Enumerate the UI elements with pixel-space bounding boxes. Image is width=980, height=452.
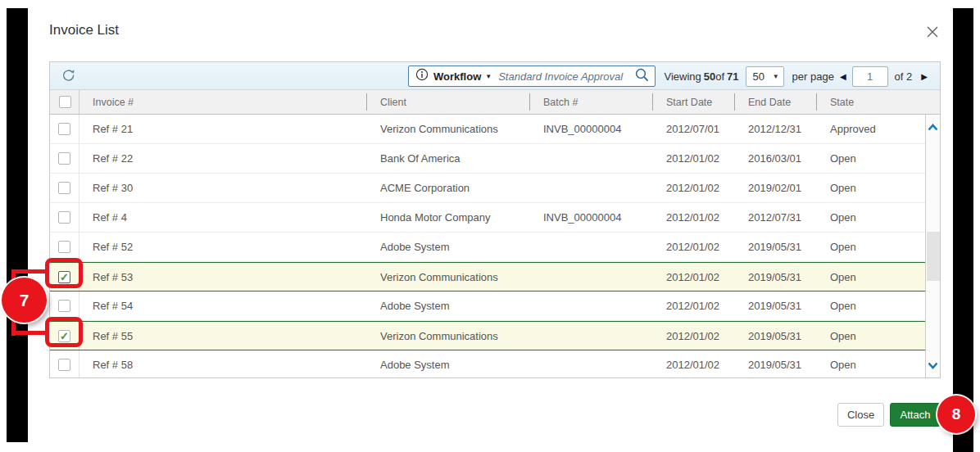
- per-page-label: per page: [792, 70, 834, 83]
- workflow-search-value[interactable]: Standard Invoice Approval: [498, 70, 623, 83]
- attach-button[interactable]: Attach: [890, 403, 941, 427]
- cell-end-date: 2019/05/31: [735, 359, 817, 371]
- cell-end-date: 2016/03/01: [735, 152, 817, 165]
- pagination-bar: Viewing50of71 50 ▼ per page ◀ of 2 ▶: [665, 62, 934, 90]
- row-checkbox-cell: [50, 144, 79, 173]
- cell-state: Approved: [817, 123, 912, 135]
- annotation-box-ref55-checkbox: [45, 317, 83, 347]
- cell-end-date: 2019/05/31: [735, 271, 817, 283]
- table-row[interactable]: Ref # 30 ACME Corporation 2012/01/02 201…: [50, 174, 940, 203]
- column-header-invoice[interactable]: Invoice #: [79, 90, 367, 114]
- cell-end-date: 2019/05/31: [735, 330, 817, 342]
- cell-end-date: 2012/07/31: [735, 211, 817, 224]
- cell-invoice: Ref # 55: [79, 330, 367, 342]
- close-icon[interactable]: [925, 25, 940, 39]
- cell-invoice: Ref # 54: [79, 300, 367, 312]
- row-checkbox[interactable]: [58, 300, 70, 312]
- cell-invoice: Ref # 4: [79, 211, 367, 224]
- cell-end-date: 2019/05/31: [735, 300, 817, 312]
- cell-invoice: Ref # 53: [79, 271, 367, 283]
- row-checkbox-cell: [50, 233, 79, 261]
- row-checkbox[interactable]: [58, 123, 70, 135]
- cell-invoice: Ref # 52: [79, 241, 367, 253]
- row-checkbox[interactable]: [58, 182, 70, 194]
- dialog-title: Invoice List: [49, 22, 119, 38]
- vertical-scrollbar[interactable]: [925, 115, 940, 377]
- cell-invoice: Ref # 58: [79, 359, 367, 371]
- cell-state: Open: [817, 211, 912, 224]
- scroll-up-icon[interactable]: [928, 120, 938, 134]
- page-total-label: of 2: [895, 70, 913, 83]
- cell-state: Open: [817, 330, 912, 342]
- annotation-step-7-badge: 7: [2, 278, 47, 323]
- table-row[interactable]: Ref # 4 Honda Motor Company INVB_0000000…: [50, 203, 940, 233]
- viewing-summary: Viewing50of71: [665, 70, 739, 83]
- column-header-client[interactable]: Client: [367, 90, 530, 114]
- scrollbar-thumb[interactable]: [927, 232, 940, 281]
- cell-client: Verizon Communications: [367, 123, 530, 135]
- cell-client: Adobe System: [367, 300, 530, 312]
- page-size-select[interactable]: 50 ▼: [746, 66, 784, 87]
- invoice-list-dialog: Invoice List: [28, 8, 953, 442]
- cell-start-date: 2012/01/02: [653, 211, 735, 224]
- column-header-end-date[interactable]: End Date: [735, 90, 817, 114]
- column-header-start-date[interactable]: Start Date: [653, 90, 735, 114]
- prev-page-icon[interactable]: ◀: [840, 72, 846, 81]
- cell-start-date: 2012/01/02: [653, 271, 735, 283]
- cell-client: Adobe System: [367, 359, 530, 371]
- annotation-step-8-badge: 8: [937, 396, 975, 433]
- cell-client: Verizon Communications: [367, 330, 530, 342]
- table-body: Ref # 21 Verizon Communications INVB_000…: [50, 115, 940, 377]
- row-checkbox[interactable]: [58, 359, 70, 371]
- page-number-input[interactable]: [852, 66, 888, 87]
- table-row[interactable]: Ref # 52 Adobe System 2012/01/02 2019/05…: [50, 233, 940, 262]
- table-row[interactable]: ✓ Ref # 55 Verizon Communications 2012/0…: [50, 321, 940, 350]
- cell-state: Open: [817, 182, 912, 194]
- column-header-batch[interactable]: Batch #: [530, 90, 653, 114]
- row-checkbox[interactable]: [58, 152, 70, 165]
- close-button[interactable]: Close: [837, 403, 884, 427]
- next-page-icon[interactable]: ▶: [921, 72, 928, 81]
- cell-start-date: 2012/01/02: [653, 330, 735, 342]
- table-row[interactable]: Ref # 58 Adobe System 2012/01/02 2019/05…: [50, 350, 940, 377]
- row-checkbox[interactable]: [58, 241, 70, 253]
- modal-overlay-right: [953, 8, 973, 452]
- table-row[interactable]: ✓ Ref # 53 Verizon Communications 2012/0…: [50, 262, 940, 292]
- cell-start-date: 2012/01/02: [653, 359, 735, 371]
- cell-end-date: 2019/02/01: [735, 182, 817, 194]
- cell-client: ACME Corporation: [367, 182, 530, 194]
- invoice-grid: Workflow ▼ Standard Invoice Approval Vie…: [49, 61, 941, 378]
- page-size-value: 50: [753, 70, 764, 83]
- cell-state: Open: [817, 152, 912, 165]
- search-icon[interactable]: [634, 67, 650, 86]
- cell-start-date: 2012/01/02: [653, 241, 735, 253]
- cell-end-date: 2019/05/31: [735, 241, 817, 253]
- dialog-footer: Close Attach: [837, 403, 941, 427]
- workflow-filter-label: Workflow: [433, 70, 481, 83]
- select-all-checkbox[interactable]: [59, 96, 71, 108]
- row-checkbox-cell: [50, 115, 79, 143]
- row-checkbox[interactable]: [58, 211, 70, 224]
- cell-state: Open: [817, 300, 912, 312]
- cell-client: Verizon Communications: [367, 271, 530, 283]
- grid-toolbar: Workflow ▼ Standard Invoice Approval Vie…: [50, 62, 940, 90]
- chevron-down-icon[interactable]: ▼: [485, 73, 492, 80]
- table-row[interactable]: Ref # 22 Bank Of America 2012/01/02 2016…: [50, 144, 940, 174]
- cell-end-date: 2012/12/31: [735, 123, 817, 135]
- dropdown-arrow-icon: ▼: [773, 73, 779, 80]
- table-row[interactable]: Ref # 54 Adobe System 2012/01/02 2019/05…: [50, 292, 940, 321]
- workflow-search-box[interactable]: Workflow ▼ Standard Invoice Approval: [408, 66, 656, 87]
- table-row[interactable]: Ref # 21 Verizon Communications INVB_000…: [50, 115, 940, 144]
- scroll-down-icon[interactable]: [928, 358, 938, 373]
- column-header-state[interactable]: State: [817, 90, 912, 114]
- info-icon: [415, 68, 429, 84]
- cell-invoice: Ref # 22: [79, 152, 367, 165]
- cell-batch: INVB_00000004: [530, 123, 653, 135]
- row-checkbox-cell: [50, 174, 79, 202]
- annotation-box-ref53-checkbox: [45, 258, 83, 288]
- row-checkbox-cell: [50, 203, 79, 232]
- row-checkbox-cell: [50, 292, 79, 320]
- modal-overlay-left: [7, 8, 28, 442]
- refresh-icon[interactable]: [61, 68, 77, 88]
- cell-client: Adobe System: [367, 241, 530, 253]
